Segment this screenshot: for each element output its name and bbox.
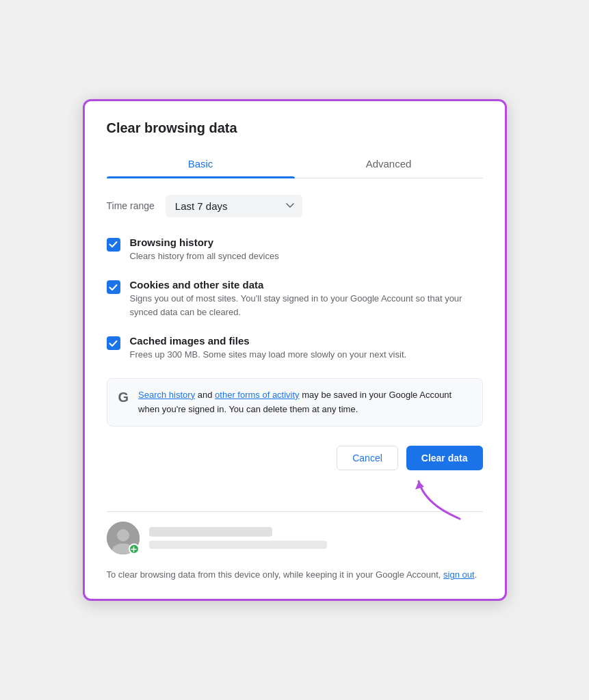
profile-name-blur	[149, 527, 272, 537]
profile-section	[107, 511, 483, 560]
checkbox-text-cache: Cached images and files Frees up 300 MB.…	[130, 335, 483, 362]
time-range-select[interactable]: Last hour Last 24 hours Last 7 days Last…	[166, 195, 302, 217]
search-history-link[interactable]: Search history	[138, 390, 195, 400]
dialog-header: Clear browsing data Basic Advanced	[85, 101, 505, 178]
dialog-body: Time range Last hour Last 24 hours Last …	[85, 178, 505, 599]
sign-out-link[interactable]: sign out	[443, 569, 475, 580]
svg-marker-0	[415, 481, 424, 489]
cancel-button[interactable]: Cancel	[337, 446, 398, 470]
footer-text: To clear browsing data from this device …	[107, 560, 483, 582]
action-row: Cancel Clear data	[107, 446, 483, 470]
checkbox-text-browsing-history: Browsing history Clears history from all…	[130, 237, 483, 263]
svg-point-2	[117, 529, 129, 541]
tab-basic[interactable]: Basic	[107, 150, 295, 178]
checkbox-item-cookies: Cookies and other site data Signs you ou…	[107, 279, 483, 319]
other-forms-link[interactable]: other forms of activity	[215, 390, 300, 400]
avatar-container	[107, 522, 140, 554]
google-g-logo: G	[118, 390, 129, 405]
time-range-row: Time range Last hour Last 24 hours Last …	[107, 195, 483, 217]
clear-data-button[interactable]: Clear data	[406, 446, 483, 470]
clear-browsing-data-dialog: Clear browsing data Basic Advanced Time …	[83, 99, 507, 601]
tab-bar: Basic Advanced	[107, 150, 483, 178]
checkbox-browsing-history[interactable]	[107, 238, 120, 252]
checkbox-item-browsing-history: Browsing history Clears history from all…	[107, 237, 483, 263]
avatar-badge	[129, 543, 140, 554]
tab-advanced[interactable]: Advanced	[295, 150, 483, 178]
dialog-title: Clear browsing data	[107, 120, 483, 136]
time-range-label: Time range	[107, 200, 155, 211]
checkbox-cookies[interactable]	[107, 280, 120, 294]
checkbox-item-cache: Cached images and files Frees up 300 MB.…	[107, 335, 483, 362]
info-box-text: Search history and other forms of activi…	[138, 388, 471, 417]
profile-email-blur	[149, 541, 327, 549]
profile-info	[149, 527, 483, 549]
checkbox-cache[interactable]	[107, 336, 120, 350]
checkbox-text-cookies: Cookies and other site data Signs you ou…	[130, 279, 483, 319]
action-row-wrapper: Cancel Clear data	[107, 446, 483, 470]
google-account-info-box: G Search history and other forms of acti…	[107, 378, 483, 427]
